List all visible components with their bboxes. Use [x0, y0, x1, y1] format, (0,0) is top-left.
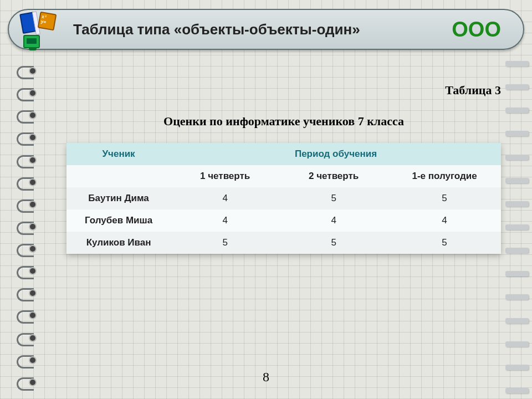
- spiral-binding: [17, 60, 37, 393]
- grade-cell: 4: [279, 209, 388, 232]
- col-period: Период обучения: [171, 143, 501, 165]
- slide-badge: ООО: [452, 18, 501, 42]
- table-row: Куликов Иван 5 5 5: [66, 232, 501, 254]
- grade-cell: 4: [171, 187, 279, 209]
- student-name: Голубев Миша: [66, 209, 171, 232]
- grade-cell: 5: [171, 232, 279, 254]
- grade-cell: 5: [279, 232, 388, 254]
- grade-cell: 5: [388, 187, 501, 209]
- col-h1: 1-е полугодие: [388, 165, 501, 187]
- grade-cell: 4: [171, 209, 279, 232]
- grade-cell: 5: [279, 187, 388, 209]
- page-number: 8: [0, 370, 532, 385]
- logo-icon: х²у=: [19, 11, 57, 48]
- table-label: Таблица 3: [66, 83, 501, 98]
- grades-table: Ученик Период обучения 1 четверть 2 четв…: [66, 143, 501, 254]
- grade-cell: 5: [388, 232, 501, 254]
- col-blank: [66, 165, 171, 187]
- col-q1: 1 четверть: [171, 165, 279, 187]
- slide-header: х²у= Таблица типа «объекты-объекты-один»…: [8, 9, 524, 50]
- col-q2: 2 четверть: [279, 165, 388, 187]
- student-name: Куликов Иван: [66, 232, 171, 254]
- col-student: Ученик: [66, 143, 171, 165]
- slide-content: Таблица 3 Оценки по информатике учеников…: [66, 83, 501, 254]
- student-name: Баутин Дима: [66, 187, 171, 209]
- table-row: Голубев Миша 4 4 4: [66, 209, 501, 232]
- slide-title: Таблица типа «объекты-объекты-один»: [73, 21, 452, 38]
- grade-cell: 4: [388, 209, 501, 232]
- table-row: Баутин Дима 4 5 5: [66, 187, 501, 209]
- right-decor: [505, 61, 529, 393]
- table-caption: Оценки по информатике учеников 7 класса: [66, 114, 501, 129]
